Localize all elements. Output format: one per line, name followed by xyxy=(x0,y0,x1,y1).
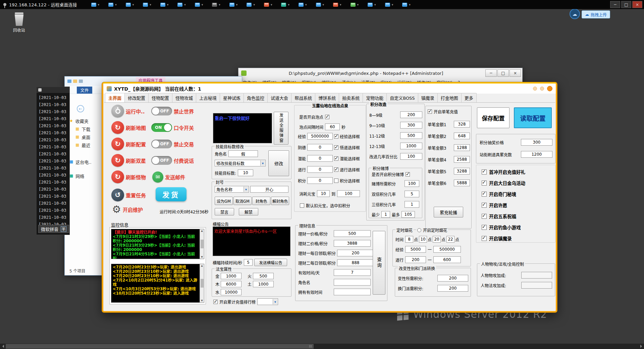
paodian-row-input[interactable] xyxy=(307,177,333,184)
taskbar-window-item[interactable]: ▾ xyxy=(195,1,203,8)
feature-switch-checkbox[interactable] xyxy=(482,214,487,219)
banner-duration-input[interactable] xyxy=(244,259,253,266)
forbid-trade-toggle[interactable]: OFF xyxy=(151,140,172,148)
popup-message-box[interactable]: 重启一下很快就好 xyxy=(213,113,272,143)
monitor-console-2[interactable]: <7月20日20时23分3秒>玩家: 退出游戏<7月20日20时23分10秒>玩… xyxy=(111,264,204,303)
paid-chat-toggle[interactable]: OFF xyxy=(151,156,172,165)
explorer-nav-item[interactable]: ■ 这台电.. xyxy=(69,158,92,165)
send-popup-button[interactable]: 发送全服弹窗 xyxy=(274,112,288,145)
taskbar-window-item[interactable]: ▾ xyxy=(281,1,289,8)
gm-tab[interactable]: 打金地图 xyxy=(437,93,462,102)
skill-target-input[interactable] xyxy=(238,169,253,176)
feature-switch-checkbox[interactable] xyxy=(482,225,487,230)
query-button[interactable]: 查询 xyxy=(373,231,385,295)
gm-restore-button[interactable] xyxy=(540,87,544,91)
scroll-left-arrow[interactable] xyxy=(0,344,5,349)
taskbar-window-item[interactable]: ▾ xyxy=(143,1,151,8)
gm-tab[interactable]: 怪物配置 xyxy=(148,93,172,102)
ime-bar[interactable]: 微软拼音 半 xyxy=(38,225,69,233)
skill-target-dropdown[interactable]: 修改技能目标数 xyxy=(215,160,266,166)
scrollbar[interactable]: ▲▼ xyxy=(200,229,204,259)
treasure-input[interactable] xyxy=(221,281,241,287)
treasure-input[interactable] xyxy=(253,281,274,287)
gm-titlebar[interactable]: XYTD_【亲测源码网】 当前在线人数：1 xyxy=(103,84,556,94)
taskbar-window-item[interactable]: ▾ xyxy=(177,1,186,8)
yanhua-time-input[interactable] xyxy=(405,236,413,243)
danbi-row-input[interactable] xyxy=(454,156,470,163)
licai-row-input[interactable] xyxy=(334,240,371,247)
cumulative-dropdown[interactable] xyxy=(257,298,278,305)
gm-tab[interactable]: 镇魔录 xyxy=(418,93,438,102)
rdp-restore-button[interactable]: □ xyxy=(621,1,631,8)
gm-close-button[interactable] xyxy=(547,86,552,91)
paodian-interval-input[interactable] xyxy=(325,123,340,130)
drag-upload-button[interactable]: ☁ 拖拽上传 xyxy=(582,10,610,18)
gm-minimize-button[interactable] xyxy=(533,87,537,91)
gm-tab[interactable]: 上古秘境 xyxy=(196,93,220,102)
refresh-double-icon[interactable]: ↻ xyxy=(111,154,124,167)
refresh-monster-icon[interactable]: ↻ xyxy=(111,170,124,183)
taskbar-window-item[interactable]: ▾ xyxy=(247,1,255,8)
rdp-minimize-button[interactable]: ─ xyxy=(610,1,620,8)
treasure-input[interactable] xyxy=(221,273,241,279)
monitor-console-1[interactable]: 【提示】聊天监控已开启!<7月9日21时3分29秒>【当前】小龙人: 当前积分:… xyxy=(111,229,204,259)
console-window[interactable]: [2021-10-03[2021-10-03[2021-10-03[2021-1… xyxy=(36,87,70,235)
gender-row-input[interactable] xyxy=(437,285,468,292)
ship-button[interactable]: 发货 xyxy=(156,187,186,201)
paodian-row-checkbox[interactable] xyxy=(334,167,338,172)
ime-mode-toggle[interactable]: 半 xyxy=(61,226,66,232)
feature-switch-row[interactable]: 开启许愿 xyxy=(482,202,525,208)
gm-tab[interactable]: 试道大会 xyxy=(267,93,291,102)
taskbar-window-item[interactable]: ▾ xyxy=(264,1,272,8)
feature-switch-row[interactable]: 开启镇魔录 xyxy=(482,235,525,242)
price-row-input[interactable] xyxy=(521,139,552,146)
toolbar-folder-icon[interactable] xyxy=(73,80,77,83)
gm-tool-window[interactable]: XYTD_【亲测源码网】 当前在线人数：1 主界面修改配置怪物配置怪物攻城上古秘… xyxy=(102,82,557,312)
paodian-enable-checkbox[interactable] xyxy=(325,115,329,119)
scrollbar[interactable]: ▲▼ xyxy=(200,264,204,302)
dubo-enable-checkbox[interactable] xyxy=(406,172,410,177)
treasure-input[interactable] xyxy=(221,289,241,295)
consume-from-input[interactable] xyxy=(317,190,330,197)
ban-action-button[interactable]: 解封角色 xyxy=(271,197,289,205)
yanhua-enable-radio[interactable] xyxy=(417,228,421,232)
feature-switch-checkbox[interactable] xyxy=(482,192,487,197)
taskbar-window-item[interactable]: ▾ xyxy=(108,1,117,8)
taskbar-window-item[interactable]: ▾ xyxy=(299,1,307,8)
gender-row-input[interactable] xyxy=(437,275,468,282)
taskbar-window-item[interactable]: ▾ xyxy=(351,1,359,8)
licai-row-input[interactable] xyxy=(337,259,374,266)
notepad-restore-button[interactable]: □ xyxy=(497,69,509,77)
maintenance-gear-icon[interactable]: ⚙ xyxy=(112,204,121,214)
gm-tab[interactable]: 星神试炼 xyxy=(220,93,244,102)
refresh-map-icon[interactable]: ↻ xyxy=(111,121,124,134)
danbi-row-input[interactable] xyxy=(454,168,470,174)
taskbar-window-item[interactable]: ▾ xyxy=(126,1,134,8)
run-status-icon[interactable] xyxy=(111,105,124,117)
taskbar-window-item[interactable]: ▾ xyxy=(91,1,100,8)
taskbar-window-item[interactable]: ▾ xyxy=(368,1,376,8)
notepad-close-button[interactable]: × xyxy=(509,69,521,77)
dubo-row-input[interactable] xyxy=(405,180,419,187)
taskbar-window-item[interactable]: ▾ xyxy=(229,1,238,8)
scrollbar-thumb[interactable] xyxy=(6,344,314,349)
forbid-world-toggle[interactable]: OFF xyxy=(151,107,172,115)
dubo-row-input[interactable] xyxy=(405,201,419,208)
pin-icon[interactable] xyxy=(3,3,6,6)
gm-tab[interactable]: 修改配置 xyxy=(124,93,149,102)
feature-switch-checkbox[interactable] xyxy=(482,236,487,241)
taskbar-window-item[interactable]: ▾ xyxy=(160,1,169,8)
paodian-row-input[interactable] xyxy=(307,144,333,151)
deduct-mode-checkbox[interactable] xyxy=(300,203,304,208)
ban-role-dropdown[interactable]: 角色名称 xyxy=(215,186,249,193)
dubo-max-input[interactable] xyxy=(401,211,415,218)
mute-action-button[interactable]: 解禁 xyxy=(239,208,258,215)
feature-switch-row[interactable]: 开启五系祝福 xyxy=(482,213,525,219)
ban-action-button[interactable]: 取消GM xyxy=(233,197,252,205)
reset-task-icon[interactable]: ↺ xyxy=(111,189,124,201)
explorer-nav-item[interactable]: ■ 网络 xyxy=(69,172,92,179)
paodian-row-checkbox[interactable] xyxy=(334,145,338,150)
feature-switch-row[interactable]: 开启奇门秘境 xyxy=(482,191,525,197)
toolbar-props-icon[interactable] xyxy=(79,80,83,83)
scroll-right-arrow[interactable] xyxy=(639,344,644,349)
